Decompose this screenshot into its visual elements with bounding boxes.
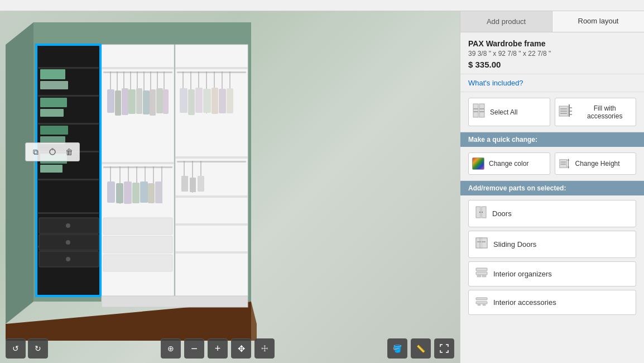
zoom-out-button[interactable]: − xyxy=(184,338,204,359)
svg-rect-113 xyxy=(560,161,565,163)
parts-list: Doors Sliding Doors xyxy=(460,195,644,319)
target-button[interactable]: ⊕ xyxy=(161,338,181,359)
svg-rect-42 xyxy=(136,88,142,114)
bottom-controls: ↺ ↻ ⊕ − + ✥ ☩ 🪣 📏 xyxy=(0,338,460,359)
fill-accessories-button[interactable]: Fill with accessories xyxy=(555,98,637,126)
right-panel: Add product Room layout PAX Wardrobe fra… xyxy=(460,11,644,363)
room-scene: ⧉ 🗑 ↺ ↻ ⊕ − + ✥ xyxy=(0,11,460,363)
svg-rect-100 xyxy=(473,108,478,109)
svg-point-25 xyxy=(66,257,70,261)
svg-rect-106 xyxy=(560,111,567,112)
svg-rect-43 xyxy=(143,90,150,114)
undo-redo-controls: ↺ ↻ xyxy=(6,338,48,359)
svg-rect-125 xyxy=(477,241,481,242)
svg-rect-95 xyxy=(102,296,248,307)
svg-rect-63 xyxy=(103,218,172,235)
whats-included-link[interactable]: What's included? xyxy=(460,74,644,92)
svg-rect-126 xyxy=(482,241,486,242)
svg-rect-14 xyxy=(40,98,67,107)
quick-change-header: Make a quick change: xyxy=(460,132,644,147)
svg-rect-66 xyxy=(175,45,248,296)
svg-point-24 xyxy=(66,240,70,245)
measure-button[interactable]: 📏 xyxy=(411,338,431,359)
sliding-doors-label: Sliding Doors xyxy=(493,240,536,249)
copy-button[interactable]: ⧉ xyxy=(29,145,42,159)
svg-rect-40 xyxy=(122,88,128,115)
svg-rect-7 xyxy=(38,123,99,125)
svg-point-120 xyxy=(479,212,480,213)
svg-point-121 xyxy=(482,212,483,213)
svg-rect-134 xyxy=(483,304,486,305)
svg-rect-45 xyxy=(156,88,163,113)
rotate-button[interactable] xyxy=(46,145,59,159)
wardrobe-scene-svg xyxy=(0,11,257,341)
bucket-button[interactable]: 🪣 xyxy=(387,338,407,359)
svg-rect-60 xyxy=(140,182,148,203)
fullscreen-button[interactable] xyxy=(434,338,454,359)
zoom-in-button[interactable]: + xyxy=(208,338,228,359)
svg-marker-117 xyxy=(567,167,569,169)
svg-rect-9 xyxy=(38,179,99,180)
svg-rect-124 xyxy=(480,238,487,248)
svg-rect-93 xyxy=(198,176,204,192)
change-height-button[interactable]: Change Height xyxy=(555,152,637,175)
top-bar xyxy=(0,0,644,11)
change-color-label: Change color xyxy=(489,160,528,168)
svg-rect-44 xyxy=(150,89,156,116)
change-color-button[interactable]: Change color xyxy=(468,152,550,175)
viewport: ⧉ 🗑 ↺ ↻ ⊕ − + ✥ xyxy=(0,11,460,363)
fill-accessories-label: Fill with accessories xyxy=(578,104,633,120)
viewport-toolbar: ⧉ 🗑 xyxy=(25,142,80,161)
sliding-doors-button[interactable]: Sliding Doors xyxy=(468,231,636,258)
svg-rect-103 xyxy=(479,111,484,112)
svg-rect-81 xyxy=(219,89,226,113)
sliding-doors-icon xyxy=(475,237,488,252)
select-all-button[interactable]: Select All xyxy=(468,98,550,126)
interior-accessories-label: Interior accessories xyxy=(493,298,556,307)
select-all-icon xyxy=(472,103,486,121)
tab-room-layout[interactable]: Room layout xyxy=(552,11,644,32)
svg-rect-98 xyxy=(473,104,478,117)
svg-rect-83 xyxy=(175,156,248,159)
interior-organizers-icon xyxy=(475,268,488,280)
move-button[interactable]: ✥ xyxy=(231,338,251,359)
svg-marker-116 xyxy=(567,159,569,161)
svg-rect-79 xyxy=(203,89,211,113)
undo-button[interactable]: ↺ xyxy=(6,338,26,359)
color-swatch-icon xyxy=(472,157,484,170)
svg-rect-114 xyxy=(560,164,565,165)
interior-accessories-icon xyxy=(475,296,488,309)
svg-rect-77 xyxy=(188,89,195,115)
svg-rect-91 xyxy=(181,176,188,192)
svg-rect-62 xyxy=(155,182,162,203)
action-buttons-row: Select All Fill with accessories xyxy=(460,92,644,132)
svg-rect-57 xyxy=(116,183,123,203)
navigation-controls: ⊕ − + ✥ ☩ xyxy=(161,338,275,359)
svg-rect-99 xyxy=(479,104,484,117)
svg-rect-101 xyxy=(473,111,478,112)
svg-rect-64 xyxy=(103,236,172,253)
svg-marker-3 xyxy=(251,302,257,341)
svg-rect-127 xyxy=(476,268,487,271)
redo-button[interactable]: ↻ xyxy=(28,338,48,359)
svg-rect-58 xyxy=(124,182,132,204)
interior-organizers-button[interactable]: Interior organizers xyxy=(468,261,636,286)
svg-point-23 xyxy=(66,223,70,228)
svg-rect-6 xyxy=(38,95,99,97)
product-name: PAX Wardrobe frame xyxy=(468,39,636,48)
pan-button[interactable]: ☩ xyxy=(254,338,275,359)
svg-rect-84 xyxy=(177,161,246,163)
svg-rect-13 xyxy=(40,81,68,89)
doors-button[interactable]: Doors xyxy=(468,200,636,227)
svg-rect-132 xyxy=(476,302,487,304)
svg-rect-56 xyxy=(107,182,115,203)
interior-accessories-button[interactable]: Interior accessories xyxy=(468,290,636,315)
svg-rect-10 xyxy=(38,212,99,214)
svg-rect-39 xyxy=(115,90,121,116)
svg-rect-87 xyxy=(175,251,248,254)
tab-add-product[interactable]: Add product xyxy=(460,11,552,32)
doors-icon xyxy=(475,206,487,221)
svg-rect-68 xyxy=(177,71,246,73)
delete-button[interactable]: 🗑 xyxy=(63,145,76,159)
svg-rect-105 xyxy=(560,108,567,109)
